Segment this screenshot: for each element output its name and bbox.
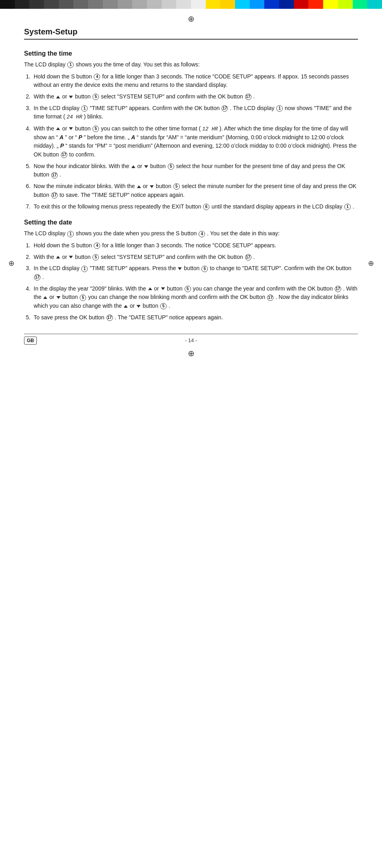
section1-list: Hold down the S button 4 for a little lo… bbox=[32, 72, 358, 211]
circle-num-17i: 17 bbox=[267, 295, 273, 301]
circle-num-17d: 17 bbox=[51, 172, 58, 178]
circle-num-17g: 17 bbox=[34, 274, 40, 281]
s2-step2-text5: . bbox=[253, 254, 255, 260]
bottom-crosshair-icon bbox=[187, 349, 195, 358]
circle-num-17c: 17 bbox=[61, 152, 67, 158]
letter-A2: A bbox=[131, 134, 135, 140]
circle-num-5d: 5 bbox=[173, 183, 180, 190]
arrow-down-icon-s2s4a bbox=[161, 287, 165, 290]
s1-step4-text2: or bbox=[62, 125, 67, 132]
arrow-up-icon-s2s4a bbox=[148, 287, 152, 290]
circle-num-1d: 1 bbox=[344, 204, 351, 210]
s2-step4-text10: or bbox=[130, 303, 135, 309]
section2-step1: Hold down the S button 4 for a little lo… bbox=[32, 241, 358, 250]
s2-step2-text2: or bbox=[62, 254, 67, 260]
letter-A: A bbox=[60, 134, 64, 140]
s2-step1-text1: Hold down the S button bbox=[34, 242, 92, 249]
s1-step2-text3: button bbox=[75, 93, 90, 100]
color-seg-23 bbox=[323, 0, 338, 9]
s2-step4-text4: you can change the year and confirm with… bbox=[193, 285, 333, 292]
s2-step4-text12: . bbox=[169, 303, 170, 309]
page-number: - 14 - bbox=[185, 337, 197, 343]
color-seg-12 bbox=[162, 0, 177, 9]
s2-step4-text6: or bbox=[49, 294, 54, 300]
section2-intro-text3: . You set the date in this way: bbox=[207, 230, 279, 237]
section2-step5: To save press the OK button 17 . The "DA… bbox=[32, 313, 358, 322]
s1-step6-text3: button bbox=[156, 183, 171, 189]
color-seg-19 bbox=[264, 0, 279, 9]
color-seg-6 bbox=[73, 0, 88, 9]
circle-num-17j: 17 bbox=[107, 315, 113, 321]
section2-list: Hold down the S button 4 for a little lo… bbox=[32, 241, 358, 322]
section1-step2: With the or button 5 select "SYSTEM SETU… bbox=[32, 92, 358, 101]
s2-step4-text2: or bbox=[154, 285, 159, 292]
color-seg-21 bbox=[294, 0, 309, 9]
circle-num-5i: 5 bbox=[160, 303, 167, 309]
arrow-down-icon-s2s4b bbox=[56, 296, 60, 299]
timefmt-12hr: 12 HR bbox=[202, 126, 218, 132]
s1-step1-text1: Hold down the S button bbox=[34, 73, 92, 80]
circle-num-6a: 6 bbox=[203, 204, 209, 210]
circle-num-1c: 1 bbox=[276, 105, 283, 112]
s1-step4-text1: With the bbox=[34, 125, 54, 132]
top-crosshair-area bbox=[0, 9, 382, 27]
s1-step3-text2: "TIME SETUP" appears. Confirm with the O… bbox=[90, 105, 219, 111]
color-seg-5 bbox=[59, 0, 74, 9]
circle-num-17e: 17 bbox=[51, 192, 58, 198]
circle-num-1b: 1 bbox=[81, 105, 88, 112]
arrow-down-icon-s1s6 bbox=[150, 185, 154, 188]
circle-num-5h: 5 bbox=[80, 295, 86, 301]
timefmt-24hr: 24 HR bbox=[66, 114, 82, 120]
top-crosshair-icon bbox=[187, 14, 195, 23]
section1-step4: With the or button 5 you can switch to t… bbox=[32, 124, 358, 159]
s1-step6-text2: or bbox=[143, 183, 148, 189]
circle-num-17b: 17 bbox=[221, 105, 228, 112]
s2-step4-text11: button bbox=[143, 303, 158, 309]
right-margin-crosshair-icon bbox=[367, 259, 375, 267]
letter-P2: P bbox=[60, 142, 64, 149]
s2-step2-text4: select "SYSTEM SETUP" and confirm with t… bbox=[101, 254, 243, 260]
section2-step2: With the or button 5 select "SYSTEM SETU… bbox=[32, 253, 358, 262]
circle-num-4a: 4 bbox=[94, 74, 100, 80]
section1-intro-text2: shows you the time of day. You set this … bbox=[76, 61, 199, 68]
s2-step5-text2: . The "DATE SETUP" notice appears again. bbox=[115, 314, 223, 321]
s1-step5-text2: or bbox=[137, 163, 142, 169]
circle-num-17a: 17 bbox=[245, 94, 251, 100]
circle-num-1e: 1 bbox=[67, 231, 74, 237]
s2-step2-text1: With the bbox=[34, 254, 54, 260]
circle-num-5f: 5 bbox=[201, 266, 208, 272]
s1-step4-text4: you can switch to the other time format … bbox=[101, 125, 201, 132]
s2-step5-text1: To save press the OK button bbox=[34, 314, 105, 321]
arrow-up-icon-s1s5 bbox=[131, 165, 135, 168]
circle-num-5g: 5 bbox=[185, 286, 191, 292]
section1-intro-text: The LCD display bbox=[24, 61, 66, 68]
color-seg-13 bbox=[176, 0, 191, 9]
color-seg-25 bbox=[353, 0, 368, 9]
circle-num-5b: 5 bbox=[92, 126, 99, 132]
circle-num-1f: 1 bbox=[81, 266, 88, 272]
circle-num-5e: 5 bbox=[92, 254, 99, 261]
color-seg-26 bbox=[367, 0, 382, 9]
color-seg-1 bbox=[0, 0, 15, 9]
s1-step2-text2: or bbox=[62, 93, 67, 100]
circle-num-1a: 1 bbox=[67, 62, 74, 68]
color-seg-20 bbox=[279, 0, 294, 9]
page-title: System-Setup bbox=[24, 27, 358, 40]
section1-step6: Now the minute indicator blinks. With th… bbox=[32, 182, 358, 199]
color-seg-17 bbox=[235, 0, 250, 9]
s1-step4-text10: to confirm. bbox=[69, 151, 95, 158]
color-seg-2 bbox=[15, 0, 30, 9]
circle-num-4b: 4 bbox=[199, 231, 205, 237]
s1-step6-text1: Now the minute indicator blinks. With th… bbox=[34, 183, 135, 189]
arrow-down-icon-s2s3 bbox=[178, 267, 182, 270]
section1-step3: In the LCD display 1 "TIME SETUP" appear… bbox=[32, 104, 358, 122]
section2-step4: In the display the year "2009" blinks. W… bbox=[32, 285, 358, 311]
color-seg-15 bbox=[206, 0, 221, 9]
s2-step2-text3: button bbox=[75, 254, 90, 260]
arrow-up-icon-s2s4c bbox=[124, 305, 128, 308]
color-seg-8 bbox=[103, 0, 118, 9]
s1-step2-text1: With the bbox=[34, 93, 54, 100]
color-seg-16 bbox=[220, 0, 235, 9]
section2-intro-text2: shows you the date when you press the S … bbox=[76, 230, 197, 237]
circle-num-5a: 5 bbox=[92, 94, 99, 100]
